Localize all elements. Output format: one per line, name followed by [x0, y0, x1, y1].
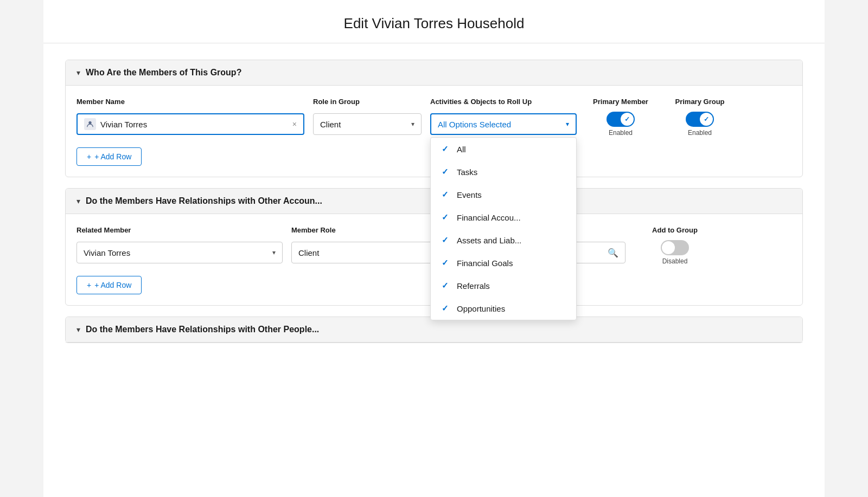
section1-add-row-button[interactable]: + + Add Row — [76, 147, 142, 166]
primary-member-toggle-wrapper: ✓ Enabled — [585, 112, 656, 137]
related-member-select[interactable]: Vivian Torres ▾ — [76, 242, 283, 263]
primary-group-cell: ✓ Enabled — [665, 112, 735, 137]
dropdown-label-financial-accou: Financial Accou... — [457, 213, 521, 222]
primary-group-toggle-knob: ✓ — [700, 113, 713, 126]
col-header-member-role: Member Role — [291, 226, 336, 234]
check-assets-icon: ✓ — [442, 235, 451, 245]
dropdown-item-assets[interactable]: ✓ Assets and Liab... — [431, 229, 576, 251]
role-select[interactable]: Client ▾ — [313, 113, 422, 135]
add-row-label-2: + Add Row — [94, 281, 131, 289]
dropdown-item-tasks[interactable]: ✓ Tasks — [431, 160, 576, 183]
add-to-group-toggle-wrapper: Disabled — [634, 240, 716, 265]
col-header-primary-group: Primary Group — [675, 98, 724, 106]
check-all-icon: ✓ — [442, 144, 451, 154]
member-role-value: Client — [298, 248, 319, 257]
col-header-primary-member: Primary Member — [593, 98, 648, 106]
check-events-icon: ✓ — [442, 190, 451, 199]
dropdown-label-financial-goals: Financial Goals — [457, 259, 513, 268]
activities-value: All Options Selected — [438, 120, 511, 129]
members-table-header: Member Name Role in Group Activities & O… — [76, 96, 792, 106]
page-title: Edit Vivian Torres Household — [43, 15, 825, 32]
dropdown-item-financial-goals[interactable]: ✓ Financial Goals — [431, 251, 576, 274]
col-header-related-member: Related Member — [76, 226, 131, 234]
svg-point-0 — [88, 121, 91, 124]
check-referrals-icon: ✓ — [442, 281, 451, 291]
member-name-value: Vivian Torres — [100, 120, 147, 129]
primary-group-toggle-wrapper: ✓ Enabled — [665, 112, 735, 137]
primary-member-cell: ✓ Enabled — [585, 112, 656, 137]
chevron-down-icon-2: ▾ — [76, 197, 80, 205]
section-people-title: Do the Members Have Relationships with O… — [86, 325, 319, 334]
activities-select[interactable]: All Options Selected ▾ — [430, 113, 577, 135]
add-row-icon-2: + — [87, 281, 91, 289]
member-icon — [84, 118, 96, 130]
member-name-cell: Vivian Torres × — [76, 113, 304, 135]
activities-dropdown-menu: ✓ All ✓ Tasks ✓ Events — [430, 137, 577, 320]
role-value: Client — [320, 120, 341, 129]
section-members-header[interactable]: ▾ Who Are the Members of This Group? — [66, 60, 802, 86]
chevron-down-icon: ▾ — [76, 68, 80, 77]
dropdown-item-financial-accou[interactable]: ✓ Financial Accou... — [431, 206, 576, 229]
dropdown-label-tasks: Tasks — [457, 167, 477, 177]
add-to-group-toggle-knob — [662, 241, 675, 254]
role-dropdown-arrow: ▾ — [411, 120, 414, 128]
section-accounts-title: Do the Members Have Relationships with O… — [86, 196, 322, 206]
page-header: Edit Vivian Torres Household — [43, 0, 825, 43]
col-header-activities: Activities & Objects to Roll Up — [430, 98, 532, 106]
related-member-value: Vivian Torres — [84, 248, 130, 257]
dropdown-item-events[interactable]: ✓ Events — [431, 183, 576, 206]
section2-add-row-button[interactable]: + + Add Row — [76, 276, 142, 294]
dropdown-label-referrals: Referrals — [457, 281, 490, 291]
add-row-icon: + — [87, 152, 91, 161]
primary-group-toggle[interactable]: ✓ — [686, 112, 714, 127]
dropdown-label-all: All — [457, 145, 466, 154]
section-people-header[interactable]: ▾ Do the Members Have Relationships with… — [66, 317, 802, 343]
add-to-group-toggle[interactable] — [661, 240, 689, 255]
page-wrapper: Edit Vivian Torres Household ▾ Who Are t… — [43, 0, 825, 497]
primary-member-check-icon: ✓ — [624, 115, 630, 123]
section-members-body: Member Name Role in Group Activities & O… — [66, 86, 802, 177]
section-members: ▾ Who Are the Members of This Group? Mem… — [65, 60, 803, 177]
members-data-row: Vivian Torres × Client ▾ — [76, 112, 792, 137]
dropdown-label-assets: Assets and Liab... — [457, 236, 521, 245]
check-opportunities-icon: ✓ — [442, 304, 451, 313]
role-cell: Client ▾ — [313, 113, 422, 135]
col-header-member-name: Member Name — [76, 98, 125, 106]
search-icon: 🔍 — [608, 248, 618, 258]
dropdown-item-all[interactable]: ✓ All — [431, 138, 576, 160]
primary-member-toggle-label: Enabled — [609, 129, 633, 137]
add-row-label: + Add Row — [94, 152, 131, 161]
member-name-input[interactable]: Vivian Torres × — [76, 113, 304, 135]
chevron-down-icon-3: ▾ — [76, 325, 80, 334]
dropdown-item-referrals[interactable]: ✓ Referrals — [431, 274, 576, 297]
activities-cell: All Options Selected ▾ ✓ All ✓ Tasks — [430, 113, 577, 135]
activities-dropdown-arrow: ▾ — [566, 120, 569, 128]
check-financial-goals-icon: ✓ — [442, 258, 451, 268]
check-financial-accou-icon: ✓ — [442, 212, 451, 222]
add-to-group-cell: Disabled — [634, 240, 716, 265]
check-tasks-icon: ✓ — [442, 167, 451, 177]
content-area: ▾ Who Are the Members of This Group? Mem… — [43, 43, 825, 370]
col-header-role: Role in Group — [313, 98, 360, 106]
dropdown-label-opportunities: Opportunities — [457, 304, 505, 313]
section-members-title: Who Are the Members of This Group? — [86, 68, 241, 78]
dropdown-item-opportunities[interactable]: ✓ Opportunities — [431, 297, 576, 320]
primary-member-toggle[interactable]: ✓ — [607, 112, 635, 127]
primary-member-toggle-knob: ✓ — [621, 113, 634, 126]
clear-member-button[interactable]: × — [292, 120, 297, 128]
primary-group-toggle-label: Enabled — [688, 129, 712, 137]
col-header-add-to-group: Add to Group — [652, 226, 698, 234]
related-member-arrow: ▾ — [272, 249, 276, 256]
primary-group-check-icon: ✓ — [704, 115, 709, 123]
section-relationships-people: ▾ Do the Members Have Relationships with… — [65, 317, 803, 343]
add-to-group-toggle-label: Disabled — [662, 257, 688, 265]
dropdown-label-events: Events — [457, 190, 482, 199]
related-member-cell: Vivian Torres ▾ — [76, 242, 283, 263]
